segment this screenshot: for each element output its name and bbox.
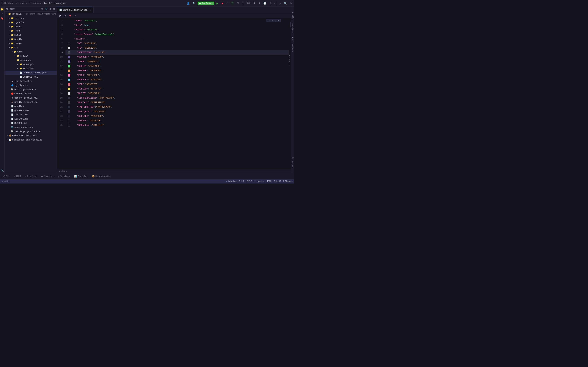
swatch-bgdark[interactable] bbox=[68, 119, 70, 122]
sidebar-tree[interactable]: ▾ 📁 jetbrains ~/Documents/Dev/My/jetbrai… bbox=[5, 12, 57, 173]
swatch-row-7[interactable] bbox=[65, 41, 73, 46]
sidebar-close[interactable]: ✕ bbox=[52, 8, 55, 10]
swatch-bg[interactable] bbox=[68, 42, 70, 45]
tree-item-gradle[interactable]: ▶ 📁 gradle bbox=[5, 37, 57, 41]
backward-button[interactable]: ◁ bbox=[274, 1, 277, 5]
tree-item-main[interactable]: ▾ 📁 main bbox=[5, 50, 57, 54]
rerun-toolbar-button[interactable]: ⏺ bbox=[68, 14, 72, 17]
right-tab-notifications[interactable]: Notifications bbox=[291, 35, 294, 54]
find-prev-button[interactable]: ↑ bbox=[272, 20, 274, 22]
tree-item-gradle-props[interactable]: ▶ ◇ gradle.properties bbox=[5, 100, 57, 104]
tree-item-gitignore[interactable]: ▶ 🔷 .gitignore bbox=[5, 83, 57, 87]
swatch-row-21[interactable] bbox=[65, 105, 73, 109]
sidebar-link[interactable]: 🔗 bbox=[44, 8, 48, 10]
git-push-button[interactable]: ⬆ bbox=[258, 1, 261, 5]
run-button[interactable]: ▶ bbox=[216, 1, 219, 5]
tree-item-meta-inf[interactable]: ▶ 📁 META-INF bbox=[5, 67, 57, 71]
status-filetype[interactable]: JSON bbox=[267, 180, 272, 183]
swatch-row-9[interactable] bbox=[65, 50, 73, 55]
tree-item-external-libs[interactable]: ▶ 📦 External Libraries bbox=[5, 133, 57, 138]
tree-item-gradle-dot[interactable]: ▶ 📁 .gradle bbox=[5, 20, 57, 25]
swatch-cyan[interactable] bbox=[68, 60, 70, 63]
breadcrumb-main[interactable]: main bbox=[22, 2, 27, 5]
activity-structure-icon[interactable]: 🔧 bbox=[0, 168, 4, 172]
swatch-orange[interactable] bbox=[68, 70, 70, 72]
swatch-row-23[interactable] bbox=[65, 114, 73, 118]
tree-item-images[interactable]: ▶ 📁 images bbox=[5, 41, 57, 45]
swatch-pink[interactable] bbox=[68, 74, 70, 76]
swatch-row-14[interactable] bbox=[65, 73, 73, 78]
breadcrumb-jetbrains[interactable]: jetbrains bbox=[1, 2, 13, 5]
tree-item-build-gradle[interactable]: ▶ 🐘 build.gradle.kts bbox=[5, 87, 57, 92]
status-tabnine[interactable]: ◉ tabnine bbox=[226, 180, 237, 183]
stop-button[interactable]: ⏹ bbox=[221, 1, 224, 5]
swatch-row-10[interactable] bbox=[65, 55, 73, 59]
git-more-button[interactable]: ⋮ bbox=[268, 1, 272, 5]
swatch-row-18[interactable] bbox=[65, 91, 73, 96]
tree-item-gradlew-bat[interactable]: ▶ 📄 gradlew.bat bbox=[5, 108, 57, 113]
sidebar-collapse-all[interactable]: ⊟ bbox=[40, 8, 43, 10]
run-toolbar-button[interactable]: ▶ bbox=[59, 14, 62, 17]
swatch-selection[interactable] bbox=[68, 51, 70, 54]
swatch-red[interactable] bbox=[68, 83, 70, 86]
tree-item-messages[interactable]: ▶ 📁 messages bbox=[5, 62, 57, 67]
swatch-linehighlight[interactable] bbox=[68, 97, 70, 99]
tree-item-theme-json[interactable]: ▶ 📄 OmniOwl.theme.json bbox=[5, 71, 57, 75]
swatch-purple[interactable] bbox=[68, 79, 70, 81]
bottom-tab-dependencies[interactable]: 📦 Dependencies bbox=[91, 175, 112, 178]
tree-item-changelog[interactable]: ▶ 🔴 CHANGELOG.md bbox=[5, 92, 57, 96]
tree-item-scratches[interactable]: ▶ 📝 Scratches and Consoles bbox=[5, 138, 57, 142]
fold-indicator[interactable]: ⬦ bbox=[142, 37, 144, 41]
find-close-button[interactable]: ✕ bbox=[277, 19, 279, 22]
git-update-button[interactable]: ⬇ bbox=[253, 1, 256, 5]
sidebar-settings[interactable]: ⚙ bbox=[49, 8, 52, 10]
tree-item-gradlew[interactable]: ▶ 📄 gradlew bbox=[5, 104, 57, 108]
code-content[interactable]: "name": "OmniOwl", "dark": true, "author… bbox=[73, 18, 289, 169]
more-run-button[interactable]: ⋮ bbox=[241, 1, 245, 5]
swatch-row-11[interactable] bbox=[65, 59, 73, 64]
tree-item-settings-gradle[interactable]: ▶ 🐘 settings.gradle.kts bbox=[5, 129, 57, 133]
breadcrumb-resources[interactable]: resources bbox=[30, 2, 41, 5]
swatch-row-25[interactable] bbox=[65, 123, 73, 128]
tree-item-screenshot[interactable]: ▶ 🖼 screenshot.png bbox=[5, 125, 57, 129]
status-encoding[interactable]: UTF-8 bbox=[246, 180, 252, 183]
swatch-white[interactable] bbox=[68, 92, 70, 95]
tree-item-github[interactable]: ▶ 📁 .github bbox=[5, 16, 57, 20]
right-tab-database[interactable]: Database bbox=[291, 21, 294, 35]
bottom-tab-services[interactable]: ⚙ Services bbox=[57, 175, 71, 178]
swatch-row-17[interactable] bbox=[65, 87, 73, 91]
swatch-fg[interactable] bbox=[68, 47, 70, 49]
swatch-bglight[interactable] bbox=[68, 115, 70, 117]
profile-button[interactable]: ⏱ bbox=[236, 1, 240, 5]
swatch-nontext[interactable] bbox=[68, 101, 70, 104]
status-line-col[interactable]: 9:28 bbox=[239, 180, 244, 183]
tree-item-detekt[interactable]: ▶ ⚙ detekt-config.yml bbox=[5, 96, 57, 100]
tab-close-theme-json[interactable]: ✕ bbox=[88, 8, 91, 11]
help-toolbar-button[interactable]: ? bbox=[73, 14, 77, 17]
activity-commit-icon[interactable]: ✓ bbox=[0, 12, 4, 16]
tree-item-run[interactable]: ▶ 📁 .run bbox=[5, 29, 57, 33]
swatch-row-20[interactable] bbox=[65, 100, 73, 105]
status-theme[interactable]: IntelliJ Themes bbox=[274, 180, 293, 183]
tree-item-readme[interactable]: ▶ 📄 README.md bbox=[5, 121, 57, 125]
stop-toolbar-button[interactable]: ⏹ bbox=[63, 14, 67, 17]
swatch-row-15[interactable] bbox=[65, 78, 73, 82]
tab-theme-json[interactable]: 📄 OmniOwl.theme.json ✕ bbox=[57, 7, 94, 13]
git-history-button[interactable]: 🕐 bbox=[263, 1, 267, 5]
status-git[interactable]: ⎇ Git: bbox=[1, 180, 9, 183]
swatch-row-13[interactable] bbox=[65, 68, 73, 73]
breadcrumb-src[interactable]: src bbox=[15, 2, 19, 5]
tree-item-kotlin[interactable]: ▶ 📁 kotlin bbox=[5, 54, 57, 58]
activity-bookmark-icon[interactable]: 🔖 bbox=[0, 17, 4, 20]
tree-item-idea[interactable]: ▶ 📁 .idea bbox=[5, 25, 57, 29]
search-icon[interactable]: 🔍 bbox=[192, 1, 196, 5]
tree-item-license[interactable]: ▶ 📄 LICENSE.md bbox=[5, 117, 57, 121]
bottom-tab-git[interactable]: ⎇ Git bbox=[1, 175, 11, 178]
coverage-button[interactable]: 🛡 bbox=[231, 1, 234, 5]
tree-item-install[interactable]: ▶ 📄 INSTALL.md bbox=[5, 113, 57, 117]
activity-project-icon[interactable]: 📁 bbox=[0, 7, 4, 11]
swatch-bgdarker[interactable] bbox=[68, 124, 70, 126]
forward-button[interactable]: ▷ bbox=[278, 1, 282, 5]
status-indent[interactable]: 2 spaces bbox=[254, 180, 265, 183]
tree-item-theme-xml[interactable]: ▶ 📄 OmniOwl.xml bbox=[5, 75, 57, 79]
